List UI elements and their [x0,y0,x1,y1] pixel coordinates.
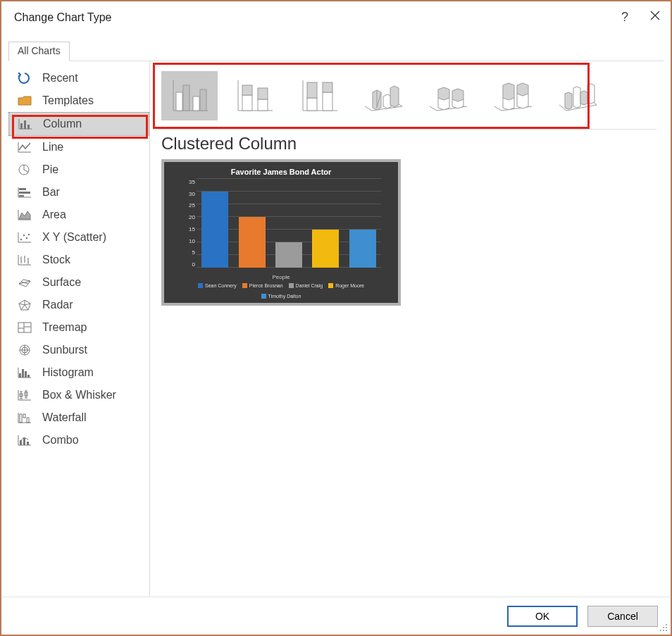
sidebar-item-label: Box & Whisker [42,389,116,401]
svg-rect-0 [20,123,23,129]
sidebar-item-label: Bar [42,186,60,199]
dialog-buttons: OK Cancel [1,597,671,635]
svg-rect-24 [23,438,25,445]
sidebar-item-label: Stock [42,254,70,266]
legend-item: Daniel Craig [289,283,323,288]
subtype-3d-column[interactable] [550,71,606,120]
sidebar-item-recent[interactable]: Recent [8,67,149,89]
chart-bar [201,192,228,268]
svg-point-39 [663,627,664,628]
templates-icon [17,94,32,108]
svg-point-10 [28,234,30,235]
subtype-3d-stacked-column[interactable] [421,71,477,120]
svg-point-40 [666,627,667,628]
svg-rect-16 [25,371,27,378]
treemap-icon [17,320,32,335]
svg-point-38 [666,624,667,625]
svg-rect-17 [27,375,30,378]
subtype-row [158,66,664,129]
sidebar-item-stock[interactable]: Stock [8,249,149,271]
help-button[interactable]: ? [621,10,628,25]
svg-rect-37 [323,82,332,92]
sidebar-item-label: Templates [42,94,94,107]
sidebar-item-label: Sunburst [42,344,87,356]
svg-point-9 [26,237,27,239]
sidebar-item-label: Pie [42,163,58,176]
chart-preview[interactable]: Favorite James Bond Actor 35302520151050… [161,159,401,306]
svg-rect-26 [176,92,182,111]
close-button[interactable] [649,10,661,25]
sidebar-item-line[interactable]: Line [8,136,149,158]
chart-bar [349,230,376,268]
change-chart-type-dialog: Change Chart Type ? All Charts Recent Te… [0,0,672,636]
svg-rect-21 [23,414,25,418]
radar-icon [17,298,32,312]
sidebar-item-label: X Y (Scatter) [42,231,106,244]
svg-rect-22 [27,418,29,423]
svg-rect-1 [24,120,26,129]
svg-rect-33 [258,88,268,99]
pie-icon [17,163,32,177]
sidebar-item-pie[interactable]: Pie [8,158,149,181]
chart-xlabel: People [181,274,381,280]
subtype-3d-clustered-column[interactable] [356,71,412,120]
sidebar-item-bar[interactable]: Bar [8,181,149,204]
legend-item: Roger Moore [328,283,364,288]
ok-button[interactable]: OK [507,606,578,627]
chart-subtype-title: Clustered Column [161,134,664,154]
svg-rect-30 [242,95,252,111]
sidebar-item-combo[interactable]: Combo [8,429,149,451]
titlebar: Change Chart Type ? [1,1,671,34]
svg-rect-34 [307,98,317,111]
sidebar-item-column[interactable]: Column [8,112,149,136]
svg-rect-6 [19,195,24,197]
histogram-icon [17,366,32,380]
sidebar-item-scatter[interactable]: X Y (Scatter) [8,226,149,249]
svg-rect-35 [307,82,317,98]
chart-bar [275,242,302,268]
svg-rect-20 [20,414,22,423]
boxwhisker-icon [17,388,32,402]
cancel-button[interactable]: Cancel [587,606,658,627]
svg-point-8 [23,235,25,236]
chart-category-sidebar: Recent Templates Column Line [8,61,149,597]
legend-item: Pierce Brosnan [242,283,283,288]
legend-item: Timothy Dalton [261,294,301,299]
scatter-icon [17,230,32,244]
svg-point-42 [663,630,664,631]
subtype-100-stacked-column[interactable] [291,71,347,120]
svg-rect-5 [19,192,30,194]
resize-grip-icon[interactable] [659,623,668,632]
sidebar-item-label: Radar [42,299,73,311]
subtype-clustered-column[interactable] [161,71,218,120]
sidebar-item-label: Line [42,141,63,154]
subtype-3d-100-stacked-column[interactable] [485,71,542,120]
tab-all-charts[interactable]: All Charts [8,42,70,61]
sidebar-item-waterfall[interactable]: Waterfall [8,406,149,429]
area-icon [17,208,32,222]
bar-icon [17,185,32,199]
main-panel: Clustered Column Favorite James Bond Act… [149,61,664,597]
sidebar-item-templates[interactable]: Templates [8,89,149,112]
sidebar-item-histogram[interactable]: Histogram [8,361,149,384]
svg-point-41 [660,630,661,631]
svg-point-7 [20,239,22,240]
combo-icon [17,433,32,447]
svg-rect-29 [200,89,206,111]
legend-item: Sean Connery [198,283,237,288]
svg-rect-2 [27,125,30,129]
sidebar-item-boxwhisker[interactable]: Box & Whisker [8,384,149,406]
sidebar-item-radar[interactable]: Radar [8,294,149,316]
chart-bar [239,217,266,268]
stock-icon [17,253,32,267]
tabs-row: All Charts [8,41,671,61]
sidebar-item-treemap[interactable]: Treemap [8,316,149,339]
sidebar-item-surface[interactable]: Surface [8,271,149,294]
subtype-stacked-column[interactable] [226,71,282,120]
sidebar-item-area[interactable]: Area [8,204,149,226]
sidebar-item-sunburst[interactable]: Sunburst [8,339,149,361]
chart-legend: Sean ConneryPierce BrosnanDaniel CraigRo… [181,283,381,299]
svg-rect-4 [19,188,26,190]
waterfall-icon [17,411,32,425]
svg-rect-31 [242,85,252,95]
